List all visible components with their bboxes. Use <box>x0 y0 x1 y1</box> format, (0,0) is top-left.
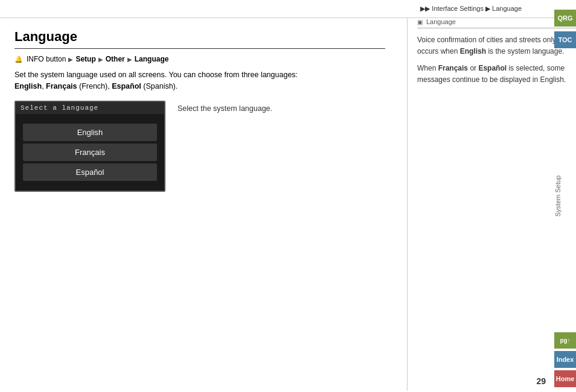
right-panel-title: Language <box>426 18 456 25</box>
arrow-1: ▶ <box>68 56 73 63</box>
tab-pg[interactable]: pg↑ <box>554 332 576 349</box>
lang-option-english[interactable]: English <box>23 124 157 141</box>
selector-body: English Français Español <box>16 114 164 191</box>
page-number: 29 <box>536 376 546 386</box>
desc-text: Set the system language used on all scre… <box>14 71 298 79</box>
panel-note-2: When Français or Español is selected, so… <box>417 63 576 85</box>
info-icon: 🔔 <box>14 55 23 63</box>
top-sidebar-tabs: QRG TOC <box>554 5 576 48</box>
page-title: Language <box>14 29 385 49</box>
tab-qrg[interactable]: QRG <box>554 10 576 27</box>
right-panel: ▣ Language Voice confirmation of cities … <box>407 18 576 391</box>
bottom-sidebar-tabs: pg↑ Index Home <box>554 332 576 392</box>
desc-langs: English, Français (French), Español (Spa… <box>14 82 178 90</box>
breadcrumb-text: ▶▶ Interface Settings ▶ Language <box>420 5 522 12</box>
nav-step-1: INFO button <box>27 55 66 63</box>
select-instruction: Select the system language. <box>178 101 272 115</box>
arrow-3: ▶ <box>127 56 132 63</box>
right-panel-header: ▣ Language <box>417 18 576 28</box>
panel-icon: ▣ <box>417 19 423 25</box>
tab-index[interactable]: Index <box>554 351 576 368</box>
top-breadcrumb: ▶▶ Interface Settings ▶ Language <box>0 0 576 18</box>
tab-toc[interactable]: TOC <box>554 31 576 48</box>
panel-note-1: Voice confirmation of cities and streets… <box>417 34 576 57</box>
lang-option-espanol[interactable]: Español <box>23 163 157 181</box>
main-layout: Language 🔔 INFO button ▶ Setup ▶ Other ▶… <box>0 18 576 391</box>
arrow-2: ▶ <box>98 56 103 63</box>
description: Set the system language used on all scre… <box>14 69 328 92</box>
nav-step-2: Setup <box>75 55 95 63</box>
system-setup-label: System Setup <box>554 175 576 217</box>
system-setup-text: System Setup <box>554 175 562 217</box>
language-selector-mockup: Select a language English Français Españ… <box>14 101 165 192</box>
content-area: Language 🔔 INFO button ▶ Setup ▶ Other ▶… <box>0 18 400 391</box>
nav-step-3: Other <box>106 55 125 63</box>
nav-path: 🔔 INFO button ▶ Setup ▶ Other ▶ Language <box>14 55 385 63</box>
nav-step-4: Language <box>135 55 169 63</box>
lang-option-francais[interactable]: Français <box>23 144 157 161</box>
tab-home[interactable]: Home <box>554 370 576 387</box>
two-col: Select a language English Français Españ… <box>14 101 385 192</box>
selector-title: Select a language <box>16 102 164 114</box>
